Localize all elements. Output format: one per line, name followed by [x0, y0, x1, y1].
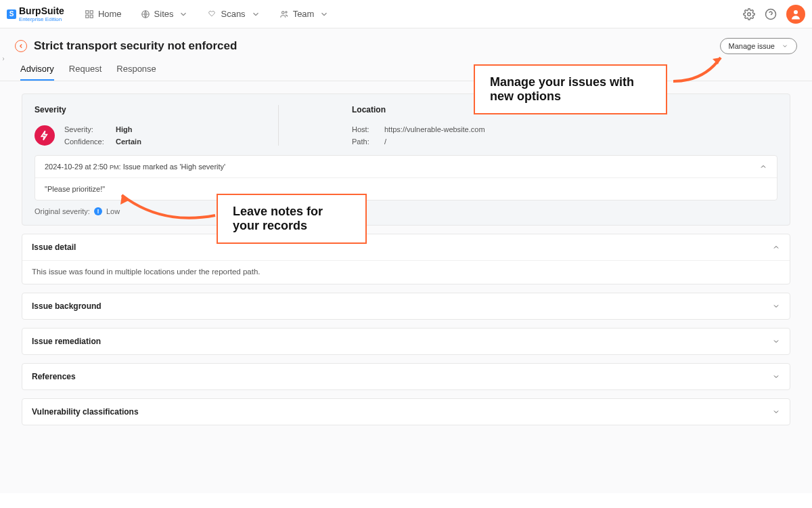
chevron-down-icon [772, 373, 780, 381]
nav-label: Scans [221, 9, 245, 19]
svg-point-10 [794, 10, 798, 14]
nav-scans[interactable]: Scans [207, 9, 260, 19]
brand-edition: Enterprise Edition [19, 17, 64, 22]
nav-home[interactable]: Home [85, 9, 122, 19]
callout-manage: Manage your issues with new options [474, 64, 667, 114]
location-heading: Location [352, 105, 485, 114]
orig-severity-label: Original severity: [35, 207, 90, 215]
host-label: Host: [352, 125, 375, 133]
confidence-value: Certain [116, 137, 141, 146]
top-nav: S BurpSuite Enterprise Edition Home Site… [0, 0, 812, 28]
arrow-icon [114, 188, 222, 229]
brand-name: BurpSuite [19, 6, 64, 16]
vertical-divider [278, 105, 279, 146]
section-title: Issue background [32, 301, 102, 311]
path-value: / [384, 137, 386, 146]
nav-label: Sites [154, 9, 174, 19]
history-summary: 2024-10-29 at 2:50 PM: Issue marked as '… [45, 163, 225, 171]
section-toggle-issue-detail[interactable]: Issue detail [22, 234, 790, 260]
back-button[interactable] [15, 40, 27, 52]
grid-icon [85, 9, 94, 19]
team-icon [279, 9, 289, 19]
svg-rect-1 [90, 10, 93, 13]
settings-icon[interactable] [743, 8, 755, 20]
section-toggle-references[interactable]: References [22, 364, 790, 389]
svg-point-7 [748, 12, 751, 16]
section-title: Issue remediation [32, 337, 101, 346]
chevron-down-icon [782, 43, 788, 49]
svg-point-5 [281, 11, 284, 14]
svg-rect-3 [90, 15, 93, 18]
section-vuln-class: Vulnerability classifications [22, 398, 790, 425]
chevron-down-icon [179, 9, 188, 19]
section-title: References [32, 372, 76, 381]
scan-icon [207, 9, 217, 19]
brand-logo: S BurpSuite Enterprise Edition [7, 6, 64, 22]
host-value: https://vulnerable-website.com [384, 125, 485, 133]
confidence-label: Confidence: [64, 137, 106, 146]
issue-title: Strict transport security not enforced [34, 39, 237, 53]
severity-heading: Severity [35, 105, 224, 114]
manage-issue-button[interactable]: Manage issue [720, 38, 798, 54]
chevron-up-icon [759, 163, 767, 171]
expand-handle[interactable] [0, 49, 7, 69]
section-issue-detail: Issue detail This issue was found in mul… [22, 234, 790, 284]
manage-issue-label: Manage issue [729, 42, 775, 50]
section-body: This issue was found in multiple locatio… [22, 260, 790, 284]
section-issue-remediation: Issue remediation [22, 328, 790, 355]
issue-body: Severity Severity:High Confidence:Certai… [0, 81, 812, 493]
svg-point-6 [285, 11, 286, 12]
section-toggle-issue-background[interactable]: Issue background [22, 293, 790, 319]
chevron-down-icon [772, 337, 780, 345]
nav-items: Home Sites Scans Team [85, 9, 743, 19]
nav-label: Home [98, 9, 122, 19]
tab-advisory[interactable]: Advisory [20, 64, 54, 81]
section-toggle-vuln-class[interactable]: Vulnerability classifications [22, 399, 790, 425]
path-label: Path: [352, 137, 375, 146]
tab-response[interactable]: Response [116, 64, 156, 81]
svg-rect-2 [86, 15, 89, 18]
section-title: Vulnerability classifications [32, 407, 139, 417]
nav-label: Team [293, 9, 315, 19]
help-icon[interactable] [765, 8, 777, 20]
callout-notes: Leave notes for your records [217, 194, 367, 244]
info-icon: ! [94, 207, 102, 215]
tab-request[interactable]: Request [69, 64, 102, 81]
svg-rect-0 [86, 10, 89, 13]
severity-value: High [116, 125, 132, 133]
history-toggle[interactable]: 2024-10-29 at 2:50 PM: Issue marked as '… [35, 156, 777, 178]
chevron-down-icon [319, 9, 329, 19]
topnav-right [743, 5, 805, 24]
nav-sites[interactable]: Sites [141, 9, 189, 19]
section-toggle-issue-remediation[interactable]: Issue remediation [22, 329, 790, 354]
severity-badge-icon [35, 125, 55, 146]
nav-team[interactable]: Team [279, 9, 330, 19]
chevron-down-icon [772, 302, 780, 310]
arrow-icon [670, 51, 731, 85]
severity-label: Severity: [64, 125, 106, 133]
chevron-up-icon [772, 243, 780, 251]
user-icon [790, 8, 802, 20]
chevron-down-icon [251, 9, 261, 19]
chevron-down-icon [772, 408, 780, 416]
section-references: References [22, 363, 790, 390]
section-issue-background: Issue background [22, 293, 790, 320]
brand-mark-icon: S [7, 9, 16, 19]
user-avatar[interactable] [786, 5, 805, 24]
section-title: Issue detail [32, 242, 76, 252]
globe-icon [141, 9, 150, 19]
